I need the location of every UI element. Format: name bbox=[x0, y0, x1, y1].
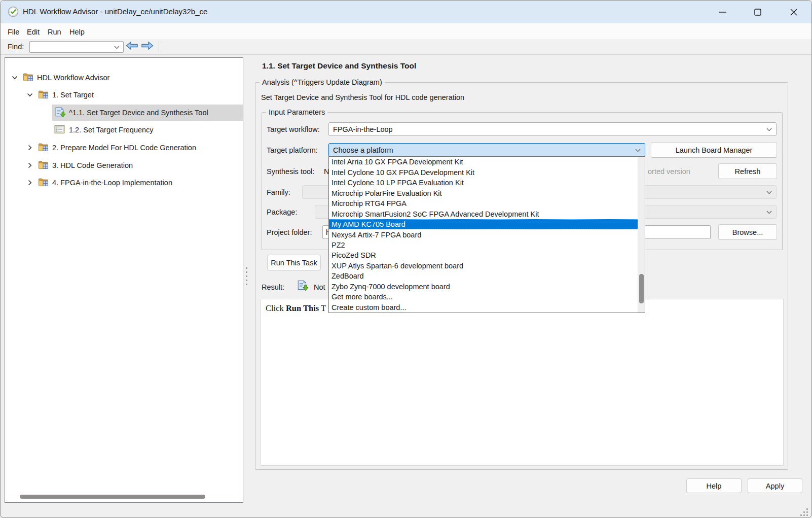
minimize-icon bbox=[719, 12, 726, 13]
menu-edit[interactable]: Edit bbox=[25, 27, 42, 37]
chevron-down-icon bbox=[635, 149, 641, 152]
message-prefix: Click bbox=[266, 303, 286, 313]
run-this-task-button[interactable]: Run This Task bbox=[267, 255, 321, 270]
expander-down-icon[interactable] bbox=[27, 93, 33, 97]
analysis-group-label: Analysis (^Triggers Update Diagram) bbox=[260, 78, 385, 86]
browse-label: Browse... bbox=[732, 228, 763, 236]
input-parameters-label: Input Parameters bbox=[266, 108, 327, 116]
task-description: Set Target Device and Synthesis Tool for… bbox=[261, 93, 464, 101]
task-icon bbox=[54, 107, 66, 118]
launch-board-manager-label: Launch Board Manager bbox=[676, 146, 753, 154]
expander-right-icon[interactable] bbox=[28, 162, 32, 168]
result-label: Result: bbox=[262, 283, 284, 291]
tree-item-set-target-frequency[interactable]: 1.2. Set Target Frequency bbox=[5, 122, 243, 139]
folder-icon bbox=[38, 178, 49, 187]
dropdown-scrollbar[interactable] bbox=[638, 157, 645, 313]
browse-button[interactable]: Browse... bbox=[718, 224, 777, 240]
close-icon bbox=[790, 9, 797, 16]
synthesis-tool-label: Synthesis tool: bbox=[267, 167, 314, 176]
tree-item-set-target[interactable]: 1. Set Target bbox=[5, 87, 243, 103]
dropdown-item[interactable]: Nexys4 Artix-7 FPGA board bbox=[329, 229, 645, 239]
apply-button[interactable]: Apply bbox=[748, 478, 802, 493]
tree-item-label: 1.2. Set Target Frequency bbox=[69, 126, 154, 134]
result-status-partial: Not bbox=[314, 283, 325, 291]
expander-down-icon[interactable] bbox=[12, 76, 18, 80]
dropdown-item[interactable]: XUP Atlys Spartan-6 development board bbox=[329, 261, 645, 271]
expander-right-icon[interactable] bbox=[28, 145, 32, 151]
minimize-button[interactable] bbox=[711, 1, 735, 23]
folder-icon bbox=[38, 160, 49, 169]
dropdown-item-selected[interactable]: My AMD KC705 Board bbox=[329, 219, 645, 229]
find-previous-button[interactable] bbox=[125, 41, 138, 50]
tree-item-prepare-model[interactable]: 2. Prepare Model For HDL Code Generation bbox=[5, 140, 243, 156]
tool-version-note-partial: orted version bbox=[648, 167, 690, 176]
refresh-button[interactable]: Refresh bbox=[718, 163, 777, 179]
target-platform-dropdown-list: Intel Arria 10 GX FPGA Development Kit I… bbox=[328, 156, 645, 313]
close-button[interactable] bbox=[782, 1, 806, 23]
target-platform-label: Target platform: bbox=[267, 146, 318, 154]
app-check-icon bbox=[8, 6, 19, 17]
refresh-label: Refresh bbox=[735, 167, 761, 176]
window-title: HDL Workflow Advisor - unitDelay_ce/unit… bbox=[23, 7, 207, 16]
dropdown-item[interactable]: PZ2 bbox=[329, 240, 645, 250]
dropdown-item[interactable]: ZedBoard bbox=[329, 271, 645, 281]
dropdown-scrollbar-thumb[interactable] bbox=[639, 274, 644, 303]
menu-file[interactable]: File bbox=[6, 27, 21, 37]
tree-item-label: 2. Prepare Model For HDL Code Generation bbox=[52, 144, 196, 152]
task-heading: 1.1. Set Target Device and Synthesis Too… bbox=[262, 61, 416, 71]
menu-help[interactable]: Help bbox=[67, 27, 87, 37]
dropdown-item[interactable]: Microchip RTG4 FPGA bbox=[329, 198, 645, 209]
find-next-button[interactable] bbox=[141, 41, 154, 50]
message-suffix: T bbox=[319, 303, 326, 313]
dropdown-item[interactable]: Zybo Zynq-7000 development board bbox=[329, 282, 645, 292]
help-label: Help bbox=[707, 482, 722, 490]
hdl-workflow-advisor-window: HDL Workflow Advisor - unitDelay_ce/unit… bbox=[0, 0, 812, 518]
tree-item-label: HDL Workflow Advisor bbox=[37, 74, 109, 82]
target-platform-value: Choose a platform bbox=[333, 146, 393, 154]
workflow-tree-panel: HDL Workflow Advisor 1. Set Target ^1.1.… bbox=[5, 57, 243, 503]
tree-item-hdl-code-generation[interactable]: 3. HDL Code Generation bbox=[5, 157, 243, 174]
result-task-icon bbox=[297, 280, 309, 291]
dropdown-item[interactable]: Microchip SmartFusion2 SoC FPGA Advanced… bbox=[329, 209, 645, 219]
target-platform-combobox[interactable]: Choose a platform bbox=[328, 143, 645, 157]
package-label: Package: bbox=[267, 208, 297, 216]
apply-label: Apply bbox=[766, 482, 784, 490]
dropdown-item[interactable]: Intel Arria 10 GX FPGA Development Kit bbox=[329, 157, 645, 167]
report-icon bbox=[54, 125, 65, 134]
target-workflow-value: FPGA-in-the-Loop bbox=[333, 125, 393, 133]
find-combobox[interactable] bbox=[29, 41, 124, 53]
target-workflow-label: Target workflow: bbox=[267, 125, 320, 133]
dropdown-item[interactable]: Intel Cyclone 10 LP FPGA Evaluation Kit bbox=[329, 178, 645, 188]
launch-board-manager-button[interactable]: Launch Board Manager bbox=[651, 142, 777, 158]
chevron-down-icon bbox=[766, 128, 772, 131]
dropdown-item[interactable]: Create custom board... bbox=[329, 302, 645, 313]
menu-run[interactable]: Run bbox=[46, 27, 63, 37]
tree-item-label: ^1.1. Set Target Device and Synthesis To… bbox=[69, 109, 208, 117]
family-label: Family: bbox=[267, 188, 290, 196]
message-bold: Run This bbox=[286, 303, 319, 313]
tree-item-fil-implementation[interactable]: 4. FPGA-in-the-Loop Implementation bbox=[5, 175, 243, 191]
dropdown-item[interactable]: PicoZed SDR bbox=[329, 250, 645, 260]
find-toolbar: Find: bbox=[1, 39, 811, 55]
dropdown-item[interactable]: Get more boards... bbox=[329, 292, 645, 302]
find-input[interactable] bbox=[31, 42, 113, 52]
tree-item-label: 4. FPGA-in-the-Loop Implementation bbox=[52, 179, 172, 187]
target-workflow-combobox[interactable]: FPGA-in-the-Loop bbox=[328, 122, 777, 136]
find-chevron-down-icon[interactable] bbox=[114, 46, 120, 49]
tree-horizontal-scrollbar[interactable] bbox=[20, 495, 205, 499]
chevron-down-icon bbox=[766, 191, 772, 194]
expander-right-icon[interactable] bbox=[28, 180, 32, 186]
dropdown-item[interactable]: Microchip PolarFire Evaluation Kit bbox=[329, 188, 645, 198]
dropdown-item[interactable]: Intel Cyclone 10 GX FPGA Development Kit bbox=[329, 167, 645, 177]
tree-item-label: 1. Set Target bbox=[52, 91, 94, 99]
help-button[interactable]: Help bbox=[686, 478, 742, 493]
menu-bar: File Edit Run Help bbox=[1, 23, 811, 39]
task-message-box: Click Run This T bbox=[261, 299, 784, 466]
folder-icon bbox=[23, 73, 33, 82]
run-this-task-label: Run This Task bbox=[271, 259, 317, 267]
tree-item-set-target-device[interactable]: ^1.1. Set Target Device and Synthesis To… bbox=[5, 105, 243, 121]
maximize-button[interactable] bbox=[746, 1, 770, 23]
tree-item-hdl-workflow-advisor[interactable]: HDL Workflow Advisor bbox=[5, 70, 243, 86]
folder-icon bbox=[38, 90, 49, 99]
tree-item-label: 3. HDL Code Generation bbox=[52, 161, 133, 169]
